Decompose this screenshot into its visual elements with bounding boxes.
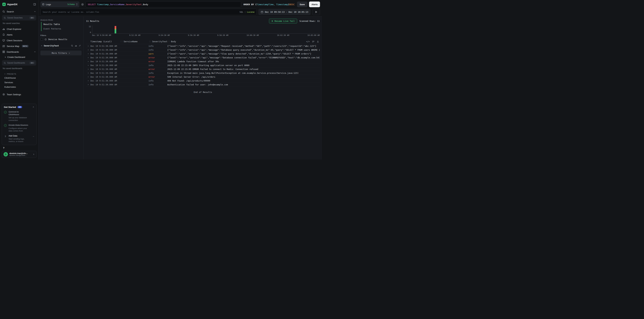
- date-range-picker[interactable]: Dec 10 09:50:13 - Dec 10 10:05:13: [258, 9, 310, 15]
- row-expander-icon[interactable]: >: [86, 83, 90, 86]
- table-row[interactable]: > Dec 10 9:51:30.000 AM info {"level":"i…: [86, 44, 320, 48]
- column-header-body[interactable]: Body: [171, 40, 176, 43]
- table-row[interactable]: > Dec 10 9:51:30.000 AM error [ERROR] La…: [86, 59, 320, 63]
- source-select[interactable]: Logs Schema: [40, 1, 79, 7]
- get-started-item-add-data[interactable]: 3 Add Data Start sending logs, metrics, …: [4, 134, 34, 143]
- sidebar-item-client-sessions[interactable]: Client Sessions: [0, 37, 38, 43]
- filter-search-icon[interactable]: [71, 45, 73, 47]
- query-field-servicename: ServiceName: [110, 3, 124, 6]
- gear-icon: [2, 93, 5, 96]
- mode-separator: |: [244, 11, 246, 13]
- table-row[interactable]: > Dec 10 9:51:30.000 AM info Authenticat…: [86, 83, 320, 86]
- get-started-item-title: Add Data: [8, 134, 29, 137]
- column-header-timestamp[interactable]: Timestamp (Local): [90, 40, 112, 43]
- cell-severitytext: warn: [148, 52, 167, 55]
- create-dashboard-button[interactable]: + Create Dashboard: [0, 55, 38, 59]
- help-button[interactable]: ?: [2, 147, 6, 149]
- table-row[interactable]: > Dec 10 9:51:30.000 AM info {"level":"i…: [86, 48, 320, 52]
- group-expander-icon[interactable]: >: [41, 45, 42, 47]
- cell-timestamp: Dec 10 9:51:30.000 AM: [90, 56, 120, 59]
- table-row[interactable]: > Dec 10 9:51:30.000 AM error 500 Intern…: [86, 75, 320, 79]
- row-expander-icon[interactable]: >: [86, 64, 90, 66]
- keyboard-shortcut-badge: ⌘K: [30, 16, 34, 19]
- alerts-button[interactable]: Alerts: [309, 1, 320, 7]
- resume-live-tail-button[interactable]: Resume Live Tail: [269, 19, 297, 23]
- cell-severitytext: error: [148, 60, 167, 63]
- sidebar-item-chart-explorer[interactable]: Chart Explorer: [0, 26, 38, 32]
- wrap-lines-icon[interactable]: [312, 40, 314, 43]
- mode-results-table[interactable]: Results Table: [42, 22, 82, 26]
- sidebar-header: H HyperDX: [0, 0, 38, 9]
- get-started-title: Get Started: [4, 106, 16, 108]
- saved-searches-input[interactable]: Saved Searches ⌘K: [2, 15, 36, 20]
- row-expander-icon[interactable]: >: [86, 80, 90, 82]
- table-row[interactable]: > Dec 10 9:51:30.000 AM error 2025-12-09…: [86, 67, 320, 71]
- denoise-checkbox[interactable]: [40, 38, 43, 40]
- denoise-results-toggle[interactable]: Denoise Results: [40, 38, 82, 40]
- drag-handle-icon[interactable]: ⋮⋮: [167, 40, 170, 43]
- sidebar-item-alerts[interactable]: Alerts: [0, 32, 38, 37]
- filter-chart-icon[interactable]: [75, 45, 77, 47]
- table-row[interactable]: > Dec 10 9:51:30.000 AM error {"level":"…: [86, 56, 320, 59]
- sidebar-collapse-icon[interactable]: [33, 3, 36, 6]
- row-expander-icon[interactable]: >: [86, 72, 90, 74]
- sidebar-item-service-map[interactable]: Service Map BETA: [0, 43, 38, 49]
- preset-item-services[interactable]: Services: [0, 80, 38, 85]
- row-expander-icon[interactable]: >: [86, 68, 90, 70]
- get-started-item-connect[interactable]: ✓ Connect to ClickHouse Set up your data…: [4, 110, 34, 122]
- bell-icon: [2, 33, 5, 36]
- sidebar-item-team-settings[interactable]: Team Settings: [0, 92, 38, 97]
- table-row[interactable]: > Dec 10 9:51:30.000 AM info 2025-12-09 …: [86, 63, 320, 67]
- mode-sql-toggle[interactable]: SQL: [240, 11, 243, 13]
- table-row[interactable]: > Dec 10 9:51:30.000 AM info Exception i…: [86, 71, 320, 75]
- date-range-value: Dec 10 09:50:13 - Dec 10 10:05:13: [265, 11, 308, 13]
- get-started-item-sources[interactable]: ✓ Create Data Sources Configure where yo…: [4, 124, 34, 132]
- order-by-clause[interactable]: ORDER BY (TimestampTime, Timestamp) DESC: [243, 3, 295, 6]
- save-button[interactable]: Save: [297, 1, 308, 7]
- row-expander-icon[interactable]: >: [86, 49, 90, 51]
- chart-icon: [2, 28, 5, 30]
- sql-query-input[interactable]: SELECT Timestamp,ServiceName,SeverityTex…: [86, 1, 241, 7]
- saved-dashboards-placeholder: Saved Dashboards: [7, 62, 25, 64]
- preset-item-clickhouse[interactable]: ClickHouse: [0, 76, 38, 80]
- more-filters-button[interactable]: More filters: [40, 51, 82, 55]
- presets-toggle[interactable]: PRESETS: [0, 71, 38, 76]
- source-settings-icon[interactable]: [81, 3, 84, 6]
- mode-lucene-toggle[interactable]: Lucene: [247, 11, 254, 13]
- drag-handle-icon[interactable]: ⋮⋮: [148, 40, 151, 43]
- pin-icon[interactable]: [79, 45, 81, 47]
- search-input[interactable]: Search your events w/ Lucene ex. column:…: [40, 9, 257, 15]
- live-tail-play-button[interactable]: [312, 9, 320, 15]
- check-circle-icon: ✓: [4, 111, 7, 114]
- get-started-header[interactable]: Get Started 2/3: [4, 106, 34, 108]
- row-expander-icon[interactable]: >: [86, 56, 90, 59]
- chart-bar[interactable]: [114, 26, 116, 33]
- mode-event-patterns[interactable]: Event Patterns: [42, 26, 82, 31]
- saved-dashboards-input[interactable]: Saved Dashboards ⌘K: [2, 60, 36, 66]
- x-tick-label: 9:52:30 AM: [129, 34, 140, 36]
- column-header-severitytext[interactable]: SeverityText: [152, 40, 167, 43]
- code-view-icon[interactable]: </>: [306, 40, 310, 43]
- row-expander-icon[interactable]: >: [86, 76, 90, 78]
- user-menu[interactable]: D dominic.tran@clic... dominic.tran@clic…: [2, 151, 36, 158]
- row-expander-icon[interactable]: >: [86, 60, 90, 62]
- x-tick-label: 9:54:30 AM: [158, 34, 170, 36]
- drag-handle-icon[interactable]: ⋮⋮: [120, 40, 123, 43]
- row-expander-icon[interactable]: >: [86, 53, 90, 55]
- bar-segment-error: [114, 26, 116, 29]
- table-row[interactable]: > Dec 10 9:51:30.000 AM info 404 Not Fou…: [86, 79, 320, 83]
- chart-plot-area: [92, 25, 320, 33]
- download-icon[interactable]: [317, 40, 319, 43]
- table-row[interactable]: > Dec 10 9:51:30.000 AM warn {"level":"w…: [86, 52, 320, 56]
- column-header-servicename[interactable]: ServiceName: [124, 40, 138, 43]
- sidebar-item-search[interactable]: Search: [0, 9, 38, 14]
- analysis-mode-list: Results Table Event Patterns: [41, 22, 82, 31]
- results-histogram: 12 0 Dec 10 9:50:00 AM9:52:30 AM9:54:30 …: [86, 25, 320, 36]
- preset-item-kubernetes[interactable]: Kubernetes: [0, 85, 38, 89]
- row-expander-icon[interactable]: >: [86, 45, 90, 47]
- cell-severitytext: info: [148, 45, 167, 47]
- cell-timestamp: Dec 10 9:51:30.000 AM: [90, 76, 120, 78]
- content-area: Analysis Mode Results Table Event Patter…: [38, 16, 322, 159]
- results-table-header: Timestamp (Local) ⋮⋮ServiceName ⋮⋮Severi…: [86, 39, 320, 44]
- sidebar-item-dashboards[interactable]: Dashboards: [0, 49, 38, 55]
